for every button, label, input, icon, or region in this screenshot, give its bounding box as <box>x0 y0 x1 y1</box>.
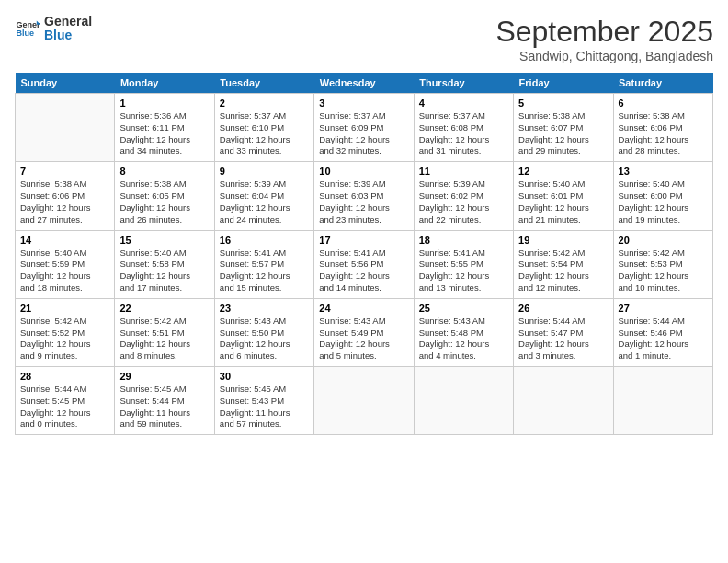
day-info: Sunrise: 5:42 AM Sunset: 5:51 PM Dayligh… <box>119 316 209 362</box>
day-info: Sunrise: 5:37 AM Sunset: 6:10 PM Dayligh… <box>220 110 309 157</box>
day-number: 22 <box>119 303 209 314</box>
day-number: 3 <box>319 98 408 109</box>
week-row-1: 1Sunrise: 5:36 AM Sunset: 6:11 PM Daylig… <box>16 94 713 162</box>
day-info: Sunrise: 5:38 AM Sunset: 6:06 PM Dayligh… <box>619 110 708 157</box>
header-cell-sunday: Sunday <box>16 73 115 94</box>
header: General Blue General Blue September 2025… <box>15 15 713 63</box>
day-info: Sunrise: 5:42 AM Sunset: 5:53 PM Dayligh… <box>619 247 708 294</box>
header-row: SundayMondayTuesdayWednesdayThursdayFrid… <box>16 73 713 94</box>
calendar-body: 1Sunrise: 5:36 AM Sunset: 6:11 PM Daylig… <box>16 94 713 435</box>
logo-text-general: General <box>44 15 92 29</box>
week-row-2: 7Sunrise: 5:38 AM Sunset: 6:06 PM Daylig… <box>16 162 713 230</box>
day-info: Sunrise: 5:40 AM Sunset: 6:00 PM Dayligh… <box>619 178 708 225</box>
day-number: 23 <box>220 303 309 314</box>
day-info: Sunrise: 5:44 AM Sunset: 5:45 PM Dayligh… <box>20 384 109 431</box>
header-cell-thursday: Thursday <box>414 73 513 94</box>
calendar-cell: 28Sunrise: 5:44 AM Sunset: 5:45 PM Dayli… <box>16 367 115 435</box>
calendar-cell: 14Sunrise: 5:40 AM Sunset: 5:59 PM Dayli… <box>16 230 115 298</box>
logo-text-blue: Blue <box>44 29 92 42</box>
day-number: 28 <box>20 371 109 382</box>
calendar-cell <box>314 367 414 435</box>
day-number: 15 <box>119 235 209 246</box>
day-number: 30 <box>220 371 309 382</box>
logo-icon: General Blue <box>15 16 40 41</box>
day-number: 10 <box>319 166 408 177</box>
calendar-cell: 25Sunrise: 5:43 AM Sunset: 5:48 PM Dayli… <box>414 298 513 366</box>
calendar-cell: 29Sunrise: 5:45 AM Sunset: 5:44 PM Dayli… <box>115 367 214 435</box>
calendar-cell: 7Sunrise: 5:38 AM Sunset: 6:06 PM Daylig… <box>16 162 115 230</box>
calendar-cell: 27Sunrise: 5:44 AM Sunset: 5:46 PM Dayli… <box>613 298 712 366</box>
calendar-cell: 3Sunrise: 5:37 AM Sunset: 6:09 PM Daylig… <box>314 94 414 162</box>
calendar-cell: 6Sunrise: 5:38 AM Sunset: 6:06 PM Daylig… <box>613 94 712 162</box>
calendar-cell: 1Sunrise: 5:36 AM Sunset: 6:11 PM Daylig… <box>115 94 214 162</box>
calendar-table: SundayMondayTuesdayWednesdayThursdayFrid… <box>15 73 713 435</box>
day-info: Sunrise: 5:40 AM Sunset: 6:01 PM Dayligh… <box>518 178 608 225</box>
calendar-cell: 15Sunrise: 5:40 AM Sunset: 5:58 PM Dayli… <box>115 230 214 298</box>
day-info: Sunrise: 5:43 AM Sunset: 5:50 PM Dayligh… <box>220 316 309 362</box>
day-info: Sunrise: 5:37 AM Sunset: 6:08 PM Dayligh… <box>419 110 508 157</box>
location-subtitle: Sandwip, Chittagong, Bangladesh <box>495 49 713 63</box>
day-number: 27 <box>619 303 708 314</box>
calendar-cell: 4Sunrise: 5:37 AM Sunset: 6:08 PM Daylig… <box>414 94 513 162</box>
day-number: 29 <box>119 371 209 382</box>
day-info: Sunrise: 5:37 AM Sunset: 6:09 PM Dayligh… <box>319 110 408 157</box>
header-cell-tuesday: Tuesday <box>214 73 313 94</box>
day-number: 11 <box>419 166 508 177</box>
day-info: Sunrise: 5:43 AM Sunset: 5:49 PM Dayligh… <box>319 316 408 362</box>
day-info: Sunrise: 5:41 AM Sunset: 5:55 PM Dayligh… <box>419 247 508 294</box>
day-info: Sunrise: 5:40 AM Sunset: 5:59 PM Dayligh… <box>20 247 109 294</box>
calendar-cell: 20Sunrise: 5:42 AM Sunset: 5:53 PM Dayli… <box>613 230 712 298</box>
day-number: 7 <box>20 166 109 177</box>
day-info: Sunrise: 5:36 AM Sunset: 6:11 PM Dayligh… <box>119 110 209 157</box>
week-row-5: 28Sunrise: 5:44 AM Sunset: 5:45 PM Dayli… <box>16 367 713 435</box>
day-number: 1 <box>119 98 209 109</box>
calendar-cell: 9Sunrise: 5:39 AM Sunset: 6:04 PM Daylig… <box>214 162 313 230</box>
day-number: 13 <box>619 166 708 177</box>
calendar-cell: 12Sunrise: 5:40 AM Sunset: 6:01 PM Dayli… <box>514 162 613 230</box>
day-number: 17 <box>319 235 408 246</box>
day-info: Sunrise: 5:44 AM Sunset: 5:47 PM Dayligh… <box>518 316 608 362</box>
day-number: 25 <box>419 303 508 314</box>
day-number: 16 <box>220 235 309 246</box>
day-info: Sunrise: 5:39 AM Sunset: 6:02 PM Dayligh… <box>419 178 508 225</box>
calendar-cell <box>16 94 115 162</box>
day-number: 21 <box>20 303 109 314</box>
day-info: Sunrise: 5:38 AM Sunset: 6:06 PM Dayligh… <box>20 178 109 225</box>
calendar-cell: 2Sunrise: 5:37 AM Sunset: 6:10 PM Daylig… <box>214 94 313 162</box>
day-info: Sunrise: 5:39 AM Sunset: 6:03 PM Dayligh… <box>319 178 408 225</box>
calendar-header: SundayMondayTuesdayWednesdayThursdayFrid… <box>16 73 713 94</box>
header-cell-friday: Friday <box>514 73 613 94</box>
calendar-cell: 10Sunrise: 5:39 AM Sunset: 6:03 PM Dayli… <box>314 162 414 230</box>
day-number: 5 <box>518 98 608 109</box>
day-number: 14 <box>20 235 109 246</box>
day-number: 8 <box>119 166 209 177</box>
day-number: 12 <box>518 166 608 177</box>
calendar-cell: 16Sunrise: 5:41 AM Sunset: 5:57 PM Dayli… <box>214 230 313 298</box>
calendar-cell <box>613 367 712 435</box>
calendar-cell: 11Sunrise: 5:39 AM Sunset: 6:02 PM Dayli… <box>414 162 513 230</box>
day-info: Sunrise: 5:43 AM Sunset: 5:48 PM Dayligh… <box>419 316 508 362</box>
day-info: Sunrise: 5:38 AM Sunset: 6:05 PM Dayligh… <box>119 178 209 225</box>
calendar-cell <box>514 367 613 435</box>
day-info: Sunrise: 5:45 AM Sunset: 5:44 PM Dayligh… <box>119 384 209 431</box>
day-number: 20 <box>619 235 708 246</box>
calendar-cell: 17Sunrise: 5:41 AM Sunset: 5:56 PM Dayli… <box>314 230 414 298</box>
header-cell-wednesday: Wednesday <box>314 73 414 94</box>
calendar-cell: 19Sunrise: 5:42 AM Sunset: 5:54 PM Dayli… <box>514 230 613 298</box>
day-number: 19 <box>518 235 608 246</box>
month-title: September 2025 <box>495 15 713 49</box>
day-info: Sunrise: 5:44 AM Sunset: 5:46 PM Dayligh… <box>619 316 708 362</box>
day-info: Sunrise: 5:38 AM Sunset: 6:07 PM Dayligh… <box>518 110 608 157</box>
calendar-cell: 30Sunrise: 5:45 AM Sunset: 5:43 PM Dayli… <box>214 367 313 435</box>
day-number: 24 <box>319 303 408 314</box>
svg-text:Blue: Blue <box>16 29 34 39</box>
calendar-cell: 22Sunrise: 5:42 AM Sunset: 5:51 PM Dayli… <box>115 298 214 366</box>
calendar-cell: 24Sunrise: 5:43 AM Sunset: 5:49 PM Dayli… <box>314 298 414 366</box>
day-info: Sunrise: 5:42 AM Sunset: 5:54 PM Dayligh… <box>518 247 608 294</box>
calendar-cell <box>414 367 513 435</box>
day-number: 6 <box>619 98 708 109</box>
day-number: 18 <box>419 235 508 246</box>
header-cell-monday: Monday <box>115 73 214 94</box>
day-number: 9 <box>220 166 309 177</box>
day-number: 2 <box>220 98 309 109</box>
